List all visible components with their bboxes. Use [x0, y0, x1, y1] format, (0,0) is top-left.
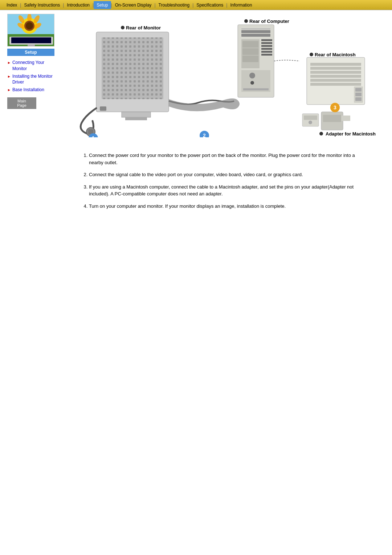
setup-label: Setup	[7, 49, 54, 56]
svg-text:Rear of Computer: Rear of Computer	[249, 19, 289, 24]
nav-index[interactable]: Index	[4, 1, 20, 9]
instructions-section: Connect the power cord for your monitor …	[67, 152, 385, 210]
svg-point-46	[244, 19, 248, 23]
svg-rect-45	[243, 88, 269, 90]
arrow-icon-2: ►	[7, 74, 11, 79]
svg-rect-63	[341, 116, 350, 121]
svg-rect-53	[310, 79, 361, 82]
sidebar: Setup ► Connecting Your Monitor ► Instal…	[7, 14, 64, 215]
svg-rect-50	[310, 67, 361, 70]
svg-rect-41	[242, 56, 258, 62]
nav-introduction[interactable]: Introduction	[64, 1, 93, 9]
svg-text:(Not included): (Not included)	[327, 137, 354, 137]
svg-rect-36	[261, 51, 272, 53]
thumbnail-image	[8, 14, 54, 46]
svg-text:Adapter for Macintosh: Adapter for Macintosh	[326, 131, 376, 137]
sidebar-thumbnail	[7, 14, 54, 46]
content-area: 1 Rear of Monitor 2	[64, 14, 385, 215]
svg-rect-35	[261, 48, 272, 50]
svg-rect-39	[242, 41, 258, 48]
svg-rect-18	[125, 117, 147, 120]
svg-point-66	[309, 121, 312, 124]
svg-rect-54	[310, 83, 361, 86]
sidebar-label-monitor-driver: Installing the Monitor Driver	[12, 73, 58, 86]
svg-rect-57	[355, 93, 362, 96]
svg-rect-52	[310, 75, 361, 78]
svg-rect-56	[355, 88, 362, 92]
svg-rect-16	[102, 37, 163, 99]
svg-text:2: 2	[203, 133, 206, 137]
instructions-list: Connect the power cord for your monitor …	[82, 152, 370, 210]
sidebar-item-base-installation[interactable]: ► Base Installation	[7, 87, 58, 93]
main-container: Setup ► Connecting Your Monitor ► Instal…	[0, 10, 392, 218]
svg-rect-65	[304, 116, 317, 120]
svg-rect-17	[122, 112, 151, 117]
nav-information[interactable]: Information	[227, 1, 255, 9]
nav-specifications[interactable]: Specifications	[193, 1, 226, 9]
svg-point-44	[250, 81, 254, 85]
nav-osd[interactable]: On-Screen Display	[112, 1, 155, 9]
svg-point-9	[26, 22, 33, 29]
connection-diagram: 1 Rear of Monitor 2	[67, 14, 376, 137]
svg-text:3: 3	[334, 105, 336, 110]
svg-rect-19	[100, 106, 106, 111]
svg-point-24	[121, 26, 124, 29]
instruction-text-1: Connect the power cord for your monitor …	[89, 153, 355, 165]
svg-rect-51	[310, 71, 361, 74]
svg-rect-34	[261, 45, 272, 47]
instruction-text-2: Connect the signal cable to the video po…	[89, 172, 303, 177]
navbar: Index | Safety Instructions | Introducti…	[0, 0, 392, 10]
sidebar-label-base-installation: Base Installation	[12, 87, 44, 93]
sidebar-item-monitor-driver[interactable]: ► Installing the Monitor Driver	[7, 73, 58, 86]
arrow-icon-1: ►	[7, 60, 11, 65]
svg-rect-37	[261, 54, 272, 56]
svg-rect-33	[261, 42, 272, 44]
svg-point-43	[249, 73, 255, 78]
svg-rect-30	[241, 34, 270, 37]
svg-rect-62	[323, 115, 341, 122]
thumbnail-svg	[8, 14, 54, 46]
svg-rect-29	[241, 30, 270, 33]
svg-rect-12	[28, 45, 35, 46]
svg-rect-11	[11, 37, 51, 43]
arrow-icon-3: ►	[7, 88, 11, 93]
instruction-item-2: Connect the signal cable to the video po…	[89, 171, 370, 178]
main-page-button[interactable]: Main Page	[7, 97, 36, 109]
svg-point-59	[310, 53, 313, 56]
svg-point-69	[319, 132, 323, 135]
instruction-item-3: If you are using a Macintosh computer, c…	[89, 183, 370, 198]
svg-text:Rear of Monitor: Rear of Monitor	[126, 25, 161, 31]
instruction-text-4: Turn on your computer and monitor. If yo…	[89, 203, 286, 209]
instruction-item-1: Connect the power cord for your monitor …	[89, 152, 370, 166]
svg-rect-32	[261, 39, 272, 41]
svg-rect-31	[241, 28, 270, 29]
instruction-text-3: If you are using a Macintosh computer, c…	[89, 184, 354, 197]
diagram-area: 1 Rear of Monitor 2	[67, 14, 385, 145]
sidebar-label-connecting: Connecting Your Monitor	[12, 60, 58, 72]
instruction-item-4: Turn on your computer and monitor. If yo…	[89, 203, 370, 210]
nav-setup[interactable]: Setup	[94, 1, 111, 9]
svg-rect-58	[355, 97, 362, 101]
svg-text:Rear of  Macintosh: Rear of Macintosh	[315, 52, 356, 57]
nav-troubleshooting[interactable]: Troubleshooting	[156, 1, 193, 9]
svg-text:1: 1	[92, 135, 95, 137]
sidebar-nav: ► Connecting Your Monitor ► Installing t…	[7, 60, 58, 93]
svg-rect-40	[242, 48, 258, 55]
nav-safety[interactable]: Safety Instructions	[21, 1, 63, 9]
svg-rect-49	[310, 63, 361, 66]
sidebar-item-connecting[interactable]: ► Connecting Your Monitor	[7, 60, 58, 72]
